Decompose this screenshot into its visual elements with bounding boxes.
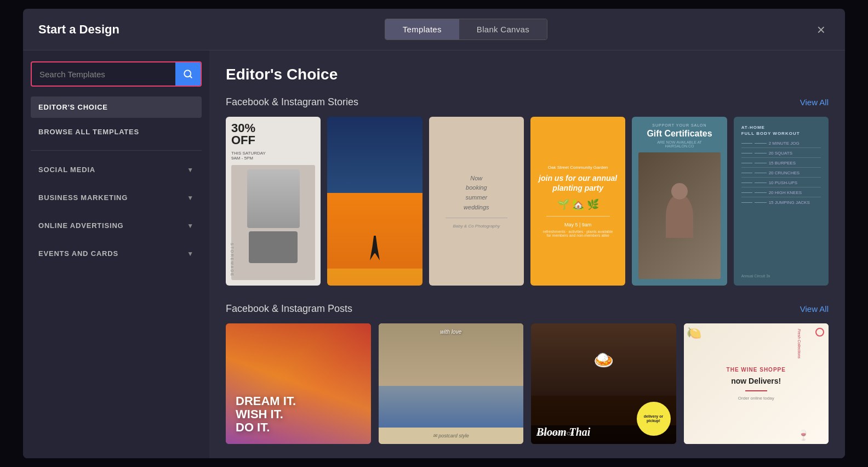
sidebar-divider bbox=[31, 150, 202, 151]
card-planting-text: join us for our annual planting party bbox=[538, 173, 618, 193]
search-box[interactable] bbox=[31, 61, 202, 87]
stories-section-header: Facebook & Instagram Stories View All bbox=[226, 96, 829, 108]
posts-section-title: Facebook & Instagram Posts bbox=[226, 303, 352, 315]
online-advertising-label: ONLINE ADVERTISING bbox=[38, 221, 123, 230]
tab-templates[interactable]: Templates bbox=[385, 19, 459, 39]
modal-title: Start a Design bbox=[38, 22, 119, 37]
close-button[interactable]: × bbox=[813, 20, 830, 39]
bloom-thai-text: Bloom Thai bbox=[536, 426, 590, 438]
workout-list: 2 MINUTE JOG 20 SQUATS 15 BURPEES 20 CRU… bbox=[741, 141, 821, 205]
template-card-giftcert[interactable]: SUPPORT YOUR SALON Gift Certificates ARE… bbox=[632, 117, 727, 286]
template-card-postcard[interactable]: with love ✉ postcard style bbox=[379, 323, 524, 444]
template-card-food[interactable]: 🍛 Available for delivery orpickup! Bloom… bbox=[531, 323, 676, 444]
social-media-label: SOCIAL MEDIA bbox=[38, 166, 95, 174]
posts-section-header: Facebook & Instagram Posts View All bbox=[226, 303, 829, 315]
search-input[interactable] bbox=[32, 63, 175, 86]
giftcert-title: Gift Certificates bbox=[647, 129, 712, 139]
stories-cards-row: 30%OFF THIS SATURDAY9AM - 5PM STOREMADE bbox=[226, 117, 829, 286]
browse-all-label: BROWSE ALL TEMPLATES bbox=[38, 128, 139, 136]
modal-header: Start a Design Templates Blank Canvas × bbox=[23, 9, 845, 50]
svg-line-1 bbox=[190, 76, 191, 77]
dream-text: DREAM IT.WISH IT.DO IT. bbox=[236, 395, 296, 435]
tab-group: Templates Blank Canvas bbox=[385, 19, 547, 40]
sidebar-item-editors-choice[interactable]: EDITOR'S CHOICE bbox=[31, 96, 202, 118]
chevron-down-icon: ▼ bbox=[187, 250, 194, 258]
chevron-down-icon: ▼ bbox=[187, 222, 194, 230]
search-button[interactable] bbox=[175, 62, 201, 86]
posts-cards-row: DREAM IT.WISH IT.DO IT. with love bbox=[226, 323, 829, 444]
workout-title: AT-HOMEFULL BODY WORKOUT bbox=[741, 124, 821, 136]
wine-shoppe-text: now Delivers! bbox=[727, 376, 786, 386]
card-30off-text: 30%OFF bbox=[231, 122, 315, 146]
template-card-planting[interactable]: Oak Street Community Garden join us for … bbox=[530, 117, 625, 286]
editors-choice-label: EDITOR'S CHOICE bbox=[38, 103, 108, 111]
template-card-wedding[interactable]: Nowbookingsummerweddings Baby & Co Photo… bbox=[429, 117, 524, 286]
modal-overlay: Start a Design Templates Blank Canvas × bbox=[0, 0, 868, 467]
chevron-down-icon: ▼ bbox=[187, 166, 194, 174]
sidebar-item-online-advertising[interactable]: ONLINE ADVERTISING ▼ bbox=[31, 214, 202, 237]
sidebar-item-events-and-cards[interactable]: EVENTS AND CARDS ▼ bbox=[31, 242, 202, 265]
sidebar: EDITOR'S CHOICE BROWSE ALL TEMPLATES SOC… bbox=[23, 50, 209, 458]
sidebar-item-social-media[interactable]: SOCIAL MEDIA ▼ bbox=[31, 158, 202, 181]
template-card-sunset[interactable] bbox=[327, 117, 422, 286]
chevron-down-icon: ▼ bbox=[187, 194, 194, 202]
card-wedding-text: Nowbookingsummerweddings bbox=[464, 174, 489, 212]
page-title: Editor's Choice bbox=[226, 66, 829, 83]
sidebar-item-browse-all[interactable]: BROWSE ALL TEMPLATES bbox=[31, 121, 202, 143]
modal-body: EDITOR'S CHOICE BROWSE ALL TEMPLATES SOC… bbox=[23, 50, 845, 458]
template-card-wine[interactable]: Fresh Collections The Wine Shoppe now De… bbox=[684, 323, 829, 444]
template-card-dream[interactable]: DREAM IT.WISH IT.DO IT. bbox=[226, 323, 371, 444]
main-content: Editor's Choice Facebook & Instagram Sto… bbox=[209, 50, 845, 458]
events-and-cards-label: EVENTS AND CARDS bbox=[38, 249, 118, 258]
stories-section-title: Facebook & Instagram Stories bbox=[226, 96, 358, 108]
stories-view-all-button[interactable]: View All bbox=[800, 98, 829, 107]
posts-view-all-button[interactable]: View All bbox=[800, 304, 829, 314]
business-marketing-label: BUSINESS MARKETING bbox=[38, 193, 128, 202]
design-modal: Start a Design Templates Blank Canvas × bbox=[23, 9, 845, 458]
tab-blank-canvas[interactable]: Blank Canvas bbox=[459, 19, 547, 39]
template-card-workout[interactable]: AT-HOMEFULL BODY WORKOUT 2 MINUTE JOG 20… bbox=[734, 117, 829, 286]
sidebar-item-business-marketing[interactable]: BUSINESS MARKETING ▼ bbox=[31, 186, 202, 209]
template-card-30off[interactable]: 30%OFF THIS SATURDAY9AM - 5PM STOREMADE bbox=[226, 117, 321, 286]
